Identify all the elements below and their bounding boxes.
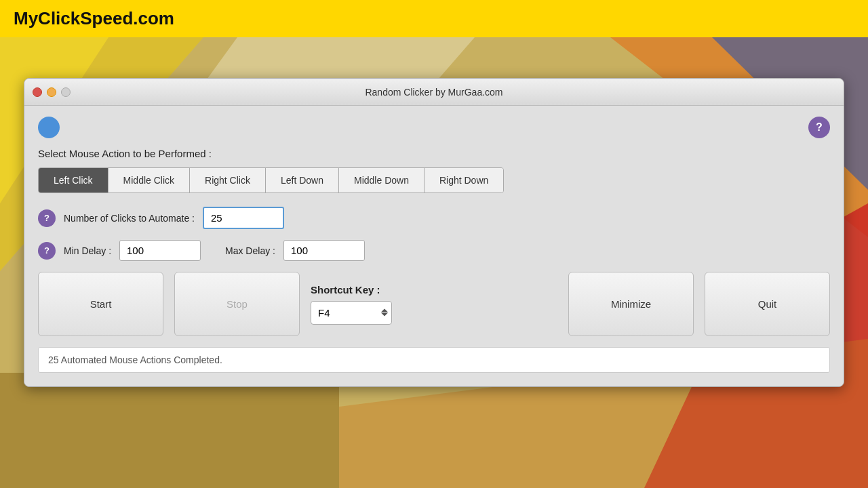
shortcut-area: Shortcut Key : F4 F1 F2 F3 F5 (311, 284, 392, 325)
quit-button[interactable]: Quit (705, 272, 830, 336)
main-window: Random Clicker by MurGaa.com ? Select Mo… (24, 78, 844, 387)
buttons-row: Start Stop Shortcut Key : F4 F1 F2 F3 F5 (38, 272, 830, 336)
window-body: ? Select Mouse Action to be Performed : … (24, 106, 844, 386)
action-tabs: Left Click Middle Click Right Click Left… (38, 167, 504, 193)
max-delay-label: Max Delay : (225, 245, 275, 256)
help-button[interactable]: ? (808, 117, 830, 138)
top-row: ? (38, 117, 830, 138)
svg-rect-7 (0, 373, 339, 488)
status-text: 25 Automated Mouse Actions Completed. (48, 354, 222, 365)
title-bar: Random Clicker by MurGaa.com (24, 79, 844, 106)
close-button[interactable] (33, 87, 42, 97)
minimize-app-button[interactable]: Minimize (568, 272, 694, 336)
window-title: Random Clicker by MurGaa.com (365, 87, 502, 98)
top-bar: MyClickSpeed.com (0, 0, 868, 37)
shortcut-label: Shortcut Key : (311, 284, 392, 296)
delay-row: ? Min Delay : Max Delay : (38, 240, 830, 261)
clicks-label: Number of Clicks to Automate : (64, 213, 195, 224)
shortcut-select[interactable]: F4 F1 F2 F3 F5 (311, 301, 392, 325)
shortcut-select-wrapper: F4 F1 F2 F3 F5 (311, 301, 392, 325)
tab-middle-click[interactable]: Middle Click (108, 168, 190, 192)
section-label: Select Mouse Action to be Performed : (38, 148, 830, 159)
tab-right-click[interactable]: Right Click (190, 168, 266, 192)
clicks-input[interactable] (203, 207, 284, 229)
tab-left-down[interactable]: Left Down (266, 168, 339, 192)
site-title: MyClickSpeed.com (14, 8, 174, 29)
maximize-button[interactable] (61, 87, 71, 97)
status-indicator (38, 117, 60, 138)
start-button[interactable]: Start (38, 272, 163, 336)
delay-help-icon[interactable]: ? (38, 242, 56, 260)
clicks-row: ? Number of Clicks to Automate : (38, 207, 830, 229)
tab-right-down[interactable]: Right Down (425, 168, 503, 192)
tab-middle-down[interactable]: Middle Down (339, 168, 425, 192)
clicks-help-icon[interactable]: ? (38, 209, 56, 227)
stop-button[interactable]: Stop (174, 272, 300, 336)
minimize-button[interactable] (47, 87, 56, 97)
status-bar: 25 Automated Mouse Actions Completed. (38, 347, 830, 373)
min-delay-label: Min Delay : (64, 245, 111, 256)
tab-left-click[interactable]: Left Click (39, 168, 108, 192)
max-delay-input[interactable] (283, 240, 365, 261)
window-controls (33, 87, 71, 97)
min-delay-input[interactable] (119, 240, 201, 261)
